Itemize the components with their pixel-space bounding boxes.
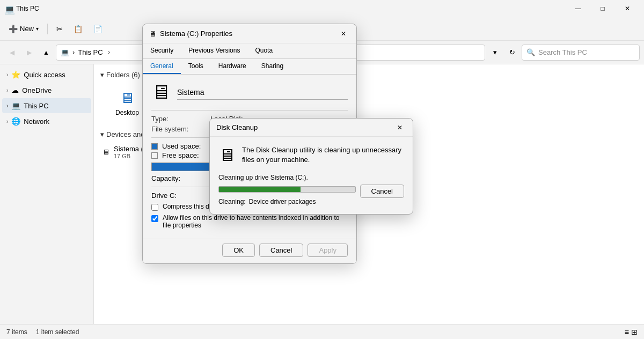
copy-button[interactable]: 📋 [69,20,87,38]
window-icon: 💻 [4,4,13,13]
title-bar: 💻 This PC — □ ✕ [0,0,644,17]
search-icon: 🔍 [526,48,535,56]
cleanup-drive-text: Cleaning up drive Sistema (C:). [218,174,404,181]
properties-dialog-title: Sistema (C:) Properties [160,30,337,38]
cleanup-close-button[interactable]: ✕ [393,121,406,134]
disk-cleanup-dialog: Disk Cleanup ✕ 🖥 The Disk Cleanup utilit… [209,118,413,215]
properties-tabs-row1: Security Previous Versions Quota [143,43,356,59]
properties-close-button[interactable]: ✕ [337,27,350,40]
status-items-count: 7 items [6,328,27,336]
cleaning-label: Cleaning: [218,198,246,205]
quickaccess-expand-icon: › [6,72,8,78]
sidebar-item-network-label: Network [24,117,49,126]
tab-sharing[interactable]: Sharing [254,59,291,74]
ok-button[interactable]: OK [222,244,255,257]
onedrive-expand-icon: › [6,87,8,93]
sidebar-item-thispc-label: This PC [24,102,48,110]
status-bar: 7 items 1 item selected ≡ ⊞ [0,324,644,339]
folder-desktop-label: Desktop [115,109,139,116]
folders-collapse-icon: ▾ [100,71,104,79]
type-label: Type: [151,115,210,123]
drive-icon-large: 🖥 [151,81,171,104]
tab-security[interactable]: Security [143,43,181,58]
divider-1 [151,110,348,110]
drive-info-row: 🖥 [151,81,348,104]
thispc-expand-icon: › [6,103,8,109]
quickaccess-icon: ⭐ [11,70,20,79]
folders-header-label: Folders (6) [106,71,140,79]
progress-bar-container [218,186,356,193]
properties-title-bar: 🖥 Sistema (C:) Properties ✕ [143,24,356,43]
cut-button[interactable]: ✂ [52,20,67,38]
thispc-icon: 💻 [11,101,20,110]
address-path: This PC [78,48,103,56]
search-box[interactable]: 🔍 Search This PC [522,45,640,61]
view-grid-button[interactable]: ⊞ [631,328,638,336]
sidebar-item-network[interactable]: › 🌐 Network [2,114,91,129]
tab-hardware[interactable]: Hardware [211,59,254,74]
cleaning-item: Device driver packages [249,198,316,205]
back-button[interactable]: ◀ [4,45,19,60]
drive-name-input[interactable] [177,85,348,100]
forward-button[interactable]: ▶ [21,45,36,60]
compress-checkbox[interactable] [151,204,158,211]
close-button[interactable]: ✕ [615,0,640,17]
tab-tools[interactable]: Tools [181,59,211,74]
address-dropdown-button[interactable]: ▾ [487,45,502,60]
paste-icon: 📄 [93,25,103,33]
minimize-button[interactable]: — [566,0,590,17]
copy-icon: 📋 [74,25,83,33]
toolbar-separator [47,24,48,34]
index-checkbox-row: Allow files on this drive to have conten… [151,214,348,229]
drive-c-label: Drive C: [151,191,177,200]
window-title: This PC [16,5,566,12]
address-chevron-icon: › [108,49,110,55]
onedrive-icon: ☁ [11,86,19,94]
sidebar-item-thispc[interactable]: › 💻 This PC [2,98,91,113]
cleanup-title-bar: Disk Cleanup ✕ [210,119,413,137]
free-space-label: Free space: [162,151,199,159]
filesystem-label: File system: [151,125,210,133]
capacity-label: Capacity: [151,174,180,182]
sidebar-item-onedrive-label: OneDrive [22,86,52,94]
address-separator: › [72,48,75,56]
cut-icon: ✂ [56,25,63,33]
progress-bar-fill [219,187,301,192]
used-space-label: Used space: [162,142,201,150]
tab-previous-versions[interactable]: Previous Versions [181,43,247,58]
status-selected: 1 item selected [36,328,79,336]
cleanup-info-row: 🖥 The Disk Cleanup utility is cleaning u… [218,145,404,165]
paste-button[interactable]: 📄 [89,20,107,38]
index-checkbox[interactable] [151,215,158,222]
view-list-button[interactable]: ≡ [625,328,629,336]
status-bar-right: ≡ ⊞ [625,328,638,336]
new-button[interactable]: ➕ New ▾ [4,20,43,38]
tab-quota[interactable]: Quota [247,43,280,58]
cleanup-status-row: Cleaning: Device driver packages [218,198,404,205]
sidebar: › ⭐ Quick access › ☁ OneDrive › 💻 This P… [0,64,94,324]
tab-general[interactable]: General [143,59,181,74]
new-chevron-icon: ▾ [36,26,39,32]
sidebar-item-quickaccess-label: Quick access [24,71,65,79]
network-icon: 🌐 [11,117,20,126]
new-icon: ➕ [9,25,18,33]
cleanup-title-text: Disk Cleanup [216,123,393,131]
search-placeholder: Search This PC [538,48,587,56]
up-button[interactable]: ▲ [39,45,54,60]
cleanup-cancel-button[interactable]: Cancel [360,185,404,198]
cleanup-content: 🖥 The Disk Cleanup utility is cleaning u… [210,137,413,214]
index-label: Allow files on this drive to have conten… [163,214,348,229]
cleanup-message: The Disk Cleanup utility is cleaning up … [242,145,404,165]
cancel-button-properties[interactable]: Cancel [259,244,303,257]
free-space-color [151,152,158,159]
sidebar-item-quickaccess[interactable]: › ⭐ Quick access [2,67,91,82]
cleanup-icon: 🖥 [218,145,236,165]
properties-footer: OK Cancel Apply [143,239,356,263]
apply-button[interactable]: Apply [308,244,348,257]
used-space-color [151,143,158,150]
refresh-button[interactable]: ↻ [504,45,519,60]
sidebar-item-onedrive[interactable]: › ☁ OneDrive [2,83,91,98]
window-controls: — □ ✕ [566,0,640,17]
maximize-button[interactable]: □ [590,0,615,17]
properties-dialog-icon: 🖥 [149,30,157,38]
